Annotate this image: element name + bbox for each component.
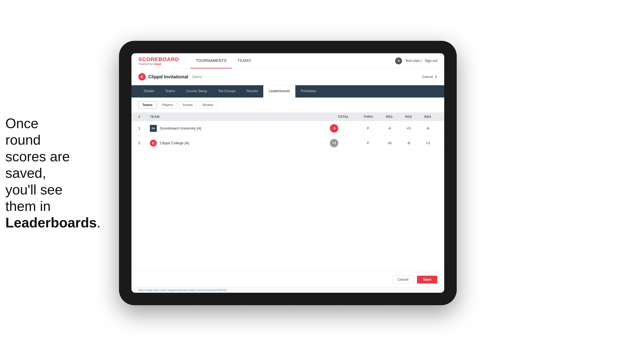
filter-bar: Teams Players Scores Strokes [132, 98, 444, 113]
filter-teams-button[interactable]: Teams [138, 101, 156, 109]
row1-score-badge: -5 [330, 124, 338, 133]
row1-total: -5 [330, 124, 357, 133]
tournament-name: Clippd Invitational [148, 74, 188, 79]
col-rd2: RD2 [399, 115, 418, 119]
tab-teams[interactable]: Teams [160, 85, 180, 98]
table-row: 1 SU Scoreboard University [A] -5 F -4 +… [132, 121, 444, 136]
tournament-header: C Clippd Invitational (Men) Cancel ✕ [132, 69, 444, 85]
tab-tee-groups[interactable]: Tee Groups [212, 85, 241, 98]
row1-rank: 1 [138, 126, 150, 131]
col-total: TOTAL [330, 115, 357, 119]
logo-area: SCOREBOARD Powered by clippd [138, 56, 179, 65]
tournament-icon: C [138, 73, 146, 80]
nav-tournaments[interactable]: TOURNAMENTS [190, 53, 232, 68]
row1-team-cell: SU Scoreboard University [A] [150, 125, 330, 132]
row1-team-name: Scoreboard University [A] [160, 126, 201, 131]
tournament-title-area: C Clippd Invitational (Men) [138, 73, 202, 80]
row1-team-logo: SU [150, 125, 157, 132]
row2-total: +3 [330, 139, 357, 147]
tab-details[interactable]: Details [138, 85, 160, 98]
col-rd1: RD1 [380, 115, 399, 119]
row2-rd3: +3 [418, 141, 437, 145]
row1-rd1: -4 [380, 126, 399, 131]
tab-results[interactable]: Results [241, 85, 263, 98]
row2-rd1: +8 [380, 141, 399, 145]
tournament-gender: (Men) [192, 75, 202, 79]
tablet-screen: SCOREBOARD Powered by clippd TOURNAMENTS… [132, 53, 444, 293]
table-header: # TEAM TOTAL THRU RD1 RD2 RD3 [132, 113, 444, 121]
col-rank: # [138, 115, 150, 119]
row2-team-logo: C [150, 140, 157, 147]
content-area: Teams Players Scores Strokes # TEAM TOTA… [132, 98, 444, 272]
avatar: S [395, 57, 402, 64]
user-name: Test User | [405, 59, 422, 63]
row2-rank: 2 [138, 141, 150, 145]
nav-teams[interactable]: TEAMS [232, 53, 256, 68]
save-button[interactable]: Save [417, 276, 437, 284]
row2-thru: F [357, 141, 380, 145]
powered-by: Powered by clippd [138, 62, 179, 65]
row1-rd3: -6 [418, 126, 437, 131]
filter-strokes-button[interactable]: Strokes [198, 101, 218, 109]
row2-team-name: Clippd College [A] [160, 141, 189, 145]
app-logo: SCOREBOARD [138, 56, 179, 62]
navbar: SCOREBOARD Powered by clippd TOURNAMENTS… [132, 53, 444, 69]
col-thru: THRU [357, 115, 380, 119]
col-team: TEAM [150, 115, 330, 119]
row1-thru: F [357, 126, 380, 131]
col-rd3: RD3 [418, 115, 437, 119]
tab-printables[interactable]: Printables [295, 85, 322, 98]
nav-links: TOURNAMENTS TEAMS [190, 53, 395, 68]
filter-players-button[interactable]: Players [158, 101, 177, 109]
row2-score-badge: +3 [330, 139, 338, 147]
left-description: Once round scores are saved, you'll see … [5, 115, 70, 231]
tab-leaderboards[interactable]: Leaderboards [263, 85, 295, 98]
table-row: 2 C Clippd College [A] +3 F +8 -8 +3 [132, 136, 444, 151]
footer: Cancel Save [132, 272, 444, 287]
row1-rd2: +5 [399, 126, 418, 131]
tab-course-setup[interactable]: Course Setup [180, 85, 212, 98]
cancel-button[interactable]: Cancel [392, 276, 414, 284]
sub-navigation: Details Teams Course Setup Tee Groups Re… [132, 85, 444, 98]
row2-team-cell: C Clippd College [A] [150, 140, 330, 147]
filter-scores-button[interactable]: Scores [178, 101, 197, 109]
row2-rd2: -8 [399, 141, 418, 145]
user-area: S Test User | Sign out [395, 57, 437, 64]
sign-out-link[interactable]: Sign out [425, 59, 437, 63]
url-bar: https://stage-blue-coach.stagescoreboard… [132, 287, 444, 293]
tablet-device: SCOREBOARD Powered by clippd TOURNAMENTS… [119, 41, 457, 305]
header-cancel-button[interactable]: Cancel ✕ [422, 75, 437, 79]
